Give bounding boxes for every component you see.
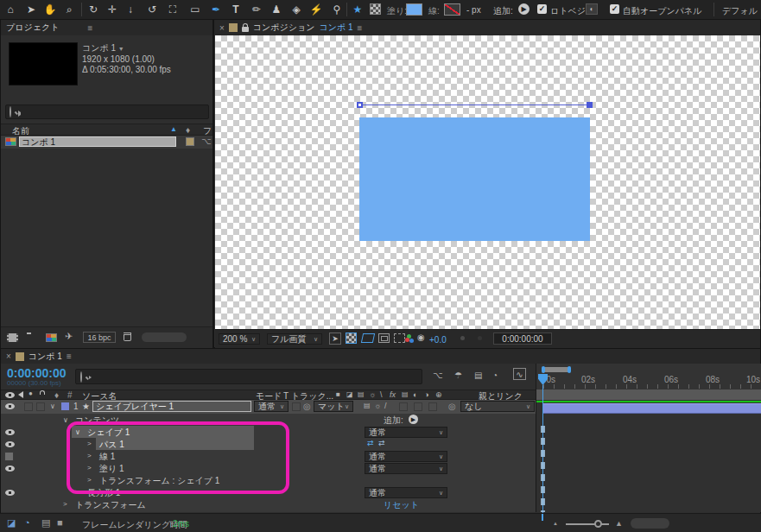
reverse-path-direction-icon[interactable]: ⇄ <box>378 439 385 447</box>
shy-layers-icon[interactable]: ▤ <box>474 370 482 380</box>
layer-mode-dropdown[interactable]: 通常∨ <box>254 401 289 412</box>
layer-row[interactable]: ∨ 1 ★ シェイプレイヤー 1 通常∨ ◎ マット∨ ▤ ☼ / ◎ なし∨ <box>1 400 536 414</box>
property-label[interactable]: 塗り 1 <box>99 463 124 475</box>
layer-quality-switch[interactable]: ☼ <box>374 402 381 410</box>
text-tool-button[interactable]: T <box>227 0 244 19</box>
layer-expand-chevron[interactable]: ∨ <box>50 402 55 410</box>
orbit-tool-button[interactable]: ↻ <box>85 0 102 19</box>
label-color-swatch[interactable] <box>186 137 194 146</box>
project-tab[interactable]: プロジェクト <box>6 22 59 34</box>
video-column-icon[interactable] <box>5 392 15 398</box>
stroke1-visibility-toggle[interactable] <box>4 452 14 461</box>
layer-shy-switch[interactable]: ▤ <box>364 402 371 409</box>
rotobezier-checkbox[interactable]: ✓ <box>537 4 547 14</box>
property-label[interactable]: シェイプ 1 <box>87 427 130 439</box>
pan-camera-tool-button[interactable]: ✛ <box>104 0 121 19</box>
rotation-tool-button[interactable]: ↺ <box>143 0 161 19</box>
property-label[interactable]: トランスフォーム <box>75 499 146 511</box>
channel-settings-icon[interactable] <box>405 338 409 342</box>
layer-frame-blend-switch[interactable] <box>399 402 408 411</box>
project-settings-icon[interactable]: ✈ <box>65 331 73 342</box>
brush-tool-button[interactable]: ✏ <box>248 0 265 19</box>
track-matte-toggle[interactable] <box>292 402 301 411</box>
close-icon[interactable]: × <box>219 23 225 33</box>
property-row-transform-shape1[interactable]: > トランスフォーム : シェイプ 1 <box>1 474 536 486</box>
parent-pickwhip-icon[interactable]: ◎ <box>448 402 456 411</box>
timeline-zoom-slider-knob[interactable] <box>594 520 602 528</box>
graph-editor-icon[interactable]: ∿ <box>513 368 526 380</box>
chevron-right-icon[interactable]: > <box>63 500 67 508</box>
shape-rectangle[interactable] <box>359 117 590 241</box>
switches-hide-icon[interactable]: ■ <box>336 390 340 398</box>
path-vertex-selected[interactable] <box>357 102 363 108</box>
crop-region-icon[interactable] <box>394 333 405 343</box>
exposure-icon[interactable]: ◉ <box>417 332 425 342</box>
stroke-color-swatch[interactable] <box>444 3 460 16</box>
label-column-icon[interactable]: ♦ <box>186 125 190 135</box>
track-matte-dropdown[interactable]: マット∨ <box>314 401 353 412</box>
rectangle-tool-button[interactable]: ▭ <box>187 0 204 19</box>
shape1-blend-mode-dropdown[interactable]: 通常∨ <box>365 427 447 438</box>
toggle-switches-pane-icon[interactable]: ◪ <box>7 517 16 529</box>
property-label[interactable]: コンテンツ <box>75 415 119 427</box>
layer-label-color[interactable] <box>61 402 69 410</box>
fill-color-swatch[interactable] <box>406 3 422 16</box>
chevron-right-icon[interactable]: > <box>75 488 79 496</box>
resolution-dropdown[interactable]: フル画質∨ <box>267 333 322 345</box>
auto-open-panels-label[interactable]: 自動オープンパネル <box>623 5 701 17</box>
transparency-grid-icon[interactable] <box>346 332 357 344</box>
navigator-handle-right[interactable] <box>568 366 571 373</box>
switches-quality-icon[interactable]: ☼ <box>369 390 376 399</box>
property-label[interactable]: 長方形 1 <box>87 487 120 499</box>
region-of-interest-icon[interactable] <box>378 333 390 343</box>
switches-fx-icon[interactable]: fx <box>390 390 396 399</box>
project-item-row[interactable]: コンポ 1 ⌥ <box>1 136 212 149</box>
layer-audio-toggle[interactable] <box>24 402 33 411</box>
time-ruler[interactable]: 00s 02s 04s 06s 08s 10s <box>536 364 761 390</box>
audio-column-icon[interactable] <box>18 391 23 398</box>
add-property-button[interactable]: ▶ <box>409 415 418 424</box>
add-menu-button[interactable]: ▶ <box>518 3 530 15</box>
toggle-render-pane-icon[interactable]: ■ <box>57 517 63 528</box>
star-icon[interactable]: ★ <box>349 0 366 19</box>
fill-label[interactable]: 塗り: <box>387 5 407 17</box>
layer-name-box[interactable]: シェイプレイヤー 1 <box>92 401 251 412</box>
chevron-down-icon[interactable]: ∨ <box>63 416 68 424</box>
stroke-width-value[interactable]: - px <box>466 5 481 15</box>
project-scrollbar[interactable] <box>142 332 187 342</box>
stroke-label[interactable]: 線: <box>428 5 440 17</box>
switches-collapse-icon[interactable]: ◪ <box>346 390 353 398</box>
panel-menu-icon[interactable]: ≡ <box>87 23 92 33</box>
chevron-right-icon[interactable]: > <box>87 464 92 472</box>
interpret-footage-icon[interactable] <box>7 333 18 342</box>
exposure-value[interactable]: +0.0 <box>429 335 447 345</box>
chevron-down-icon[interactable]: ∨ <box>75 428 80 436</box>
stamp-tool-button[interactable]: ♟ <box>268 0 285 19</box>
mask-visibility-icon[interactable] <box>361 333 375 343</box>
property-row-shape1[interactable]: ∨ シェイプ 1 通常∨ <box>1 426 536 438</box>
eraser-tool-button[interactable]: ◈ <box>288 0 305 19</box>
property-row-rectangle1[interactable]: > 長方形 1 通常∨ <box>1 486 536 498</box>
new-composition-icon[interactable] <box>46 333 57 342</box>
stroke1-blend-mode-dropdown[interactable]: 通常∨ <box>365 451 447 462</box>
timeline-zoom-slider-track[interactable] <box>566 523 609 525</box>
switches-frame-blend-icon[interactable]: ▤ <box>402 390 409 398</box>
chevron-right-icon[interactable]: > <box>87 440 92 447</box>
switches-effect-icon[interactable]: \ <box>380 390 383 399</box>
project-info-name[interactable]: コンポ 1 <box>82 43 116 53</box>
pen-tool-button[interactable]: ✒ <box>207 0 225 19</box>
composition-tab-comp-name[interactable]: コンポ 1 <box>319 22 352 34</box>
camera-tool-button[interactable]: ⛶ <box>164 0 181 19</box>
shape-path-line[interactable] <box>362 104 588 105</box>
rectangle1-blend-mode-dropdown[interactable]: 通常∨ <box>365 487 447 498</box>
switches-motion-blur-icon[interactable]: ◐ <box>413 390 417 399</box>
grid-options-icon[interactable]: ➤ <box>329 332 341 345</box>
timeline-navigator-bar[interactable] <box>543 367 569 372</box>
property-row-path1[interactable]: > パス 1 ⇄ ⇄ <box>1 438 536 450</box>
fill1-visibility-toggle[interactable] <box>5 466 15 472</box>
panel-toggle-icon[interactable]: ◐ <box>586 3 598 15</box>
parent-dropdown[interactable]: なし∨ <box>460 401 535 412</box>
rotobrush-tool-button[interactable]: ⚡ <box>308 0 325 19</box>
path-vertex[interactable] <box>587 102 593 108</box>
layer-motion-blur-switch[interactable] <box>414 402 422 411</box>
